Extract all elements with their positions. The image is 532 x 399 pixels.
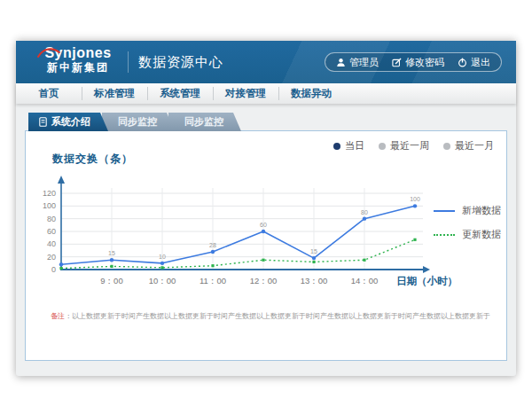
tab-label: 同步监控 xyxy=(184,115,223,129)
admin-user-button[interactable]: 管理员 xyxy=(336,56,379,69)
radio-dot-icon xyxy=(333,143,340,150)
power-icon xyxy=(458,58,467,67)
admin-user-label: 管理员 xyxy=(349,56,379,69)
svg-text:28: 28 xyxy=(209,242,216,248)
change-password-button[interactable]: 修改密码 xyxy=(392,56,444,69)
green-dotted-line-icon xyxy=(434,234,455,236)
legend-item-updated-data[interactable]: 更新数据 xyxy=(434,228,501,241)
nav-item-interface[interactable]: 对接管理 xyxy=(213,83,278,104)
tab-system-intro[interactable]: 系统介绍 xyxy=(28,113,108,131)
content-panel: 当日 最近一周 最近一月 数据交换（条） 0204060801001209：00… xyxy=(25,130,507,361)
nav-item-system[interactable]: 系统管理 xyxy=(147,83,213,104)
logo-company-text: 新中新集团 xyxy=(35,61,121,74)
svg-text:14：00: 14：00 xyxy=(351,276,379,286)
nav-item-anomaly[interactable]: 数据异动 xyxy=(278,83,344,104)
svg-text:0: 0 xyxy=(51,265,56,274)
document-icon xyxy=(39,117,47,127)
radio-dot-icon xyxy=(379,143,386,150)
tab-sync-monitor-1[interactable]: 同步监控 xyxy=(102,113,175,131)
change-password-label: 修改密码 xyxy=(405,56,444,69)
chart-series-legend: 新增数据 更新数据 xyxy=(434,204,501,241)
legend-item-new-data[interactable]: 新增数据 xyxy=(434,204,501,217)
range-option-label: 最近一月 xyxy=(455,139,494,153)
tab-sync-monitor-2[interactable]: 同步监控 xyxy=(168,113,241,131)
svg-text:60: 60 xyxy=(260,222,267,228)
svg-text:120: 120 xyxy=(43,189,56,198)
svg-text:80: 80 xyxy=(47,215,56,223)
svg-text:20: 20 xyxy=(47,253,56,262)
nav-item-home[interactable]: 首页 xyxy=(16,83,82,104)
app-window: Synjones 新中新集团 数据资源中心 管理员 修改密码 xyxy=(16,41,516,376)
header-divider xyxy=(128,51,129,73)
nav-item-standards[interactable]: 标准管理 xyxy=(82,83,147,104)
logout-button[interactable]: 退出 xyxy=(458,56,490,69)
main-nav: 首页 标准管理 系统管理 对接管理 数据异动 xyxy=(16,83,516,104)
data-exchange-chart: 0204060801001209：0010：0011：0012：0013：001… xyxy=(42,165,458,307)
synjones-logo: Synjones 新中新集团 xyxy=(35,45,121,74)
user-icon xyxy=(336,58,346,67)
svg-text:日期（小时）: 日期（小时） xyxy=(396,275,458,287)
range-option-last-month[interactable]: 最近一月 xyxy=(443,139,494,153)
svg-text:100: 100 xyxy=(43,201,56,210)
range-option-today[interactable]: 当日 xyxy=(333,139,364,153)
app-header: Synjones 新中新集团 数据资源中心 管理员 修改密码 xyxy=(16,41,516,83)
range-option-last-week[interactable]: 最近一周 xyxy=(379,139,429,153)
radio-dot-icon xyxy=(443,143,450,150)
svg-text:11：00: 11：00 xyxy=(200,276,226,286)
line-chart-canvas: 0204060801001209：0010：0011：0012：0013：001… xyxy=(42,165,458,307)
svg-text:12：00: 12：00 xyxy=(250,276,278,286)
svg-text:100: 100 xyxy=(410,196,420,202)
tab-label: 同步监控 xyxy=(118,115,157,129)
logout-label: 退出 xyxy=(471,56,490,69)
svg-text:60: 60 xyxy=(47,227,56,236)
svg-text:13：00: 13：00 xyxy=(301,276,328,286)
footnote-prefix: 备注 xyxy=(51,312,65,320)
legend-label: 更新数据 xyxy=(462,228,501,241)
footnote-body: ：以上数据更新于时间产生数据以上数据更新于时间产生数据以上数据更新于时间产生数据… xyxy=(65,312,490,320)
range-option-label: 当日 xyxy=(345,139,364,153)
svg-text:15: 15 xyxy=(310,248,317,254)
tab-bar: 系统介绍 同步监控 同步监控 xyxy=(28,113,241,131)
footnote: 备注：以上数据更新于时间产生数据以上数据更新于时间产生数据以上数据更新于时间产生… xyxy=(51,311,490,321)
svg-text:15: 15 xyxy=(108,250,115,256)
svg-text:10: 10 xyxy=(159,254,166,260)
svg-text:10：00: 10：00 xyxy=(149,276,176,286)
edit-icon xyxy=(392,58,402,67)
svg-text:80: 80 xyxy=(361,209,368,215)
blue-solid-line-icon xyxy=(434,210,455,212)
svg-text:40: 40 xyxy=(47,239,56,248)
logo-swoosh-icon xyxy=(37,46,60,60)
user-menu: 管理员 修改密码 退出 xyxy=(325,52,502,72)
legend-label: 新增数据 xyxy=(462,204,501,217)
time-range-selector: 当日 最近一周 最近一月 xyxy=(333,139,494,153)
range-option-label: 最近一周 xyxy=(390,139,429,153)
page-title: 数据资源中心 xyxy=(138,54,223,71)
tab-label: 系统介绍 xyxy=(51,115,90,129)
svg-text:9：00: 9：00 xyxy=(100,276,122,286)
